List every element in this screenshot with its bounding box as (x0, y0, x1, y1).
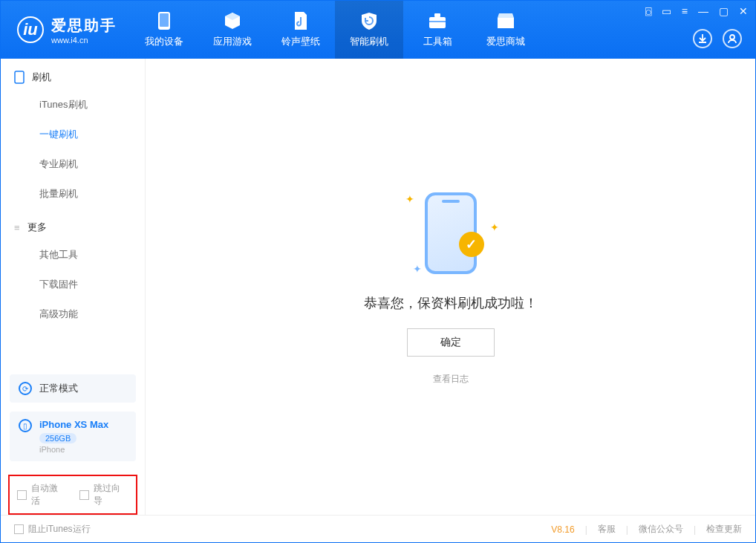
device-capacity: 256GB (39, 433, 76, 443)
checkbox-auto-activate[interactable]: 自动激活 (17, 482, 66, 507)
sidebar-item-download-firmware[interactable]: 下载固件 (39, 270, 145, 299)
footer: 阻止iTunes运行 V8.16 | 客服 | 微信公众号 | 检查更新 (1, 515, 755, 543)
svg-rect-2 (429, 17, 446, 28)
logo-icon: iu (17, 16, 44, 43)
user-button[interactable] (723, 29, 742, 48)
mode-icon: ⟳ (19, 382, 32, 395)
device-icon (154, 11, 174, 30)
checkbox-icon (14, 524, 24, 534)
device-card[interactable]: ▯ iPhone XS Max 256GB iPhone (10, 412, 136, 461)
checkbox-icon (17, 490, 27, 500)
sidebar-section-more: ≡ 更多 (1, 209, 145, 240)
svg-rect-1 (160, 13, 169, 27)
title-bar: iu 爱思助手 www.i4.cn 我的设备 应用游戏 铃声壁纸 智能刷机 工具… (1, 1, 755, 59)
download-button[interactable] (693, 29, 712, 48)
shield-refresh-icon (359, 11, 379, 30)
nav-store[interactable]: 爱思商城 (472, 1, 540, 59)
svg-rect-6 (15, 71, 24, 83)
sidebar-item-batch-flash[interactable]: 批量刷机 (39, 179, 145, 209)
app-url: www.i4.cn (51, 36, 117, 45)
main-content: ✓ ✦ ✦ ✦ 恭喜您，保资料刷机成功啦！ 确定 查看日志 (146, 59, 755, 515)
phone-small-icon (14, 71, 25, 84)
svg-rect-3 (434, 13, 440, 17)
check-badge-icon: ✓ (459, 232, 484, 257)
checkbox-icon (79, 490, 89, 500)
music-file-icon (291, 11, 310, 30)
cube-icon (223, 11, 242, 30)
svg-point-5 (730, 35, 734, 39)
mode-card[interactable]: ⟳ 正常模式 (10, 374, 136, 403)
mode-label: 正常模式 (39, 382, 78, 395)
confirm-button[interactable]: 确定 (407, 328, 495, 357)
svg-rect-4 (429, 21, 446, 22)
footer-link-update[interactable]: 检查更新 (706, 523, 742, 536)
sidebar-item-pro-flash[interactable]: 专业刷机 (39, 149, 145, 179)
nav-my-device[interactable]: 我的设备 (130, 1, 198, 59)
sidebar: 刷机 iTunes刷机 一键刷机 专业刷机 批量刷机 ≡ 更多 其他工具 下载固… (1, 59, 146, 515)
store-icon (496, 11, 515, 30)
sidebar-item-other-tools[interactable]: 其他工具 (39, 240, 145, 270)
sidebar-item-oneclick-flash[interactable]: 一键刷机 (39, 120, 145, 149)
sidebar-item-advanced[interactable]: 高级功能 (39, 299, 145, 329)
nav-smart-flash[interactable]: 智能刷机 (335, 1, 403, 59)
sidebar-item-itunes-flash[interactable]: iTunes刷机 (39, 90, 145, 120)
close-button[interactable]: ✕ (739, 5, 748, 17)
tshirt-icon[interactable]: ⌼ (645, 5, 651, 17)
app-logo: iu 爱思助手 www.i4.cn (1, 16, 130, 45)
checkbox-block-itunes[interactable]: 阻止iTunes运行 (14, 523, 91, 536)
app-name: 爱思助手 (51, 16, 117, 36)
window-controls-top: ⌼ ▭ ≡ ― ▢ ✕ (645, 5, 748, 17)
highlight-box: 自动激活 跳过向导 (8, 475, 137, 515)
version-label: V8.16 (551, 524, 574, 535)
maximize-button[interactable]: ▢ (719, 5, 729, 17)
footer-link-support[interactable]: 客服 (598, 523, 616, 536)
nav-toolbox[interactable]: 工具箱 (403, 1, 472, 59)
success-illustration: ✓ ✦ ✦ ✦ (403, 189, 499, 278)
nav-apps-games[interactable]: 应用游戏 (198, 1, 267, 59)
nav-ringtones-wallpapers[interactable]: 铃声壁纸 (267, 1, 335, 59)
view-log-link[interactable]: 查看日志 (433, 373, 469, 386)
book-icon[interactable]: ▭ (662, 5, 671, 17)
toolbox-icon (428, 11, 447, 30)
sparkle-icon: ✦ (405, 193, 414, 205)
sparkle-icon: ✦ (490, 221, 499, 233)
device-type: iPhone (39, 445, 108, 454)
minimize-button[interactable]: ― (698, 5, 708, 17)
device-small-icon: ▯ (19, 419, 32, 432)
sparkle-icon: ✦ (413, 263, 422, 275)
device-name: iPhone XS Max (39, 419, 108, 430)
checkbox-skip-guide[interactable]: 跳过向导 (79, 482, 128, 507)
top-nav: 我的设备 应用游戏 铃声壁纸 智能刷机 工具箱 爱思商城 (130, 1, 540, 59)
menu-icon[interactable]: ≡ (682, 5, 688, 17)
header-right-buttons (693, 29, 742, 48)
success-message: 恭喜您，保资料刷机成功啦！ (364, 294, 538, 312)
more-icon: ≡ (14, 222, 20, 233)
sidebar-section-flash: 刷机 (1, 59, 145, 90)
footer-link-wechat[interactable]: 微信公众号 (639, 523, 683, 536)
